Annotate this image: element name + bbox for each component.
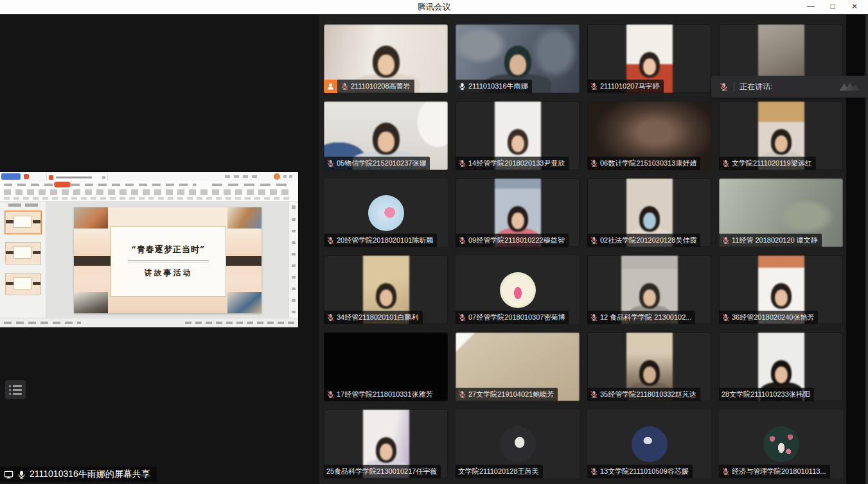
avatar [368, 195, 404, 231]
slide-divider-line [128, 260, 209, 263]
participant-label: 05物信学院2152010237张娜 [324, 157, 430, 170]
mic-on-icon [17, 470, 26, 480]
mic-muted-icon [719, 82, 729, 92]
video-tile[interactable]: 14经管学院2018020133尹亚欣 [456, 101, 580, 170]
mic-muted-icon [458, 313, 466, 322]
participant-label: 13文学院2111010509谷芯媛 [587, 465, 693, 478]
participant-label: 2111010316牛雨娜 [456, 80, 532, 93]
mic-muted-icon [326, 236, 335, 245]
slide-title-text: “青春逐梦正当时” [132, 244, 206, 255]
video-tile[interactable]: 文学院2111020119梁远红 [719, 101, 843, 170]
wps-status-right-blur [185, 322, 294, 324]
screen-share-icon [4, 470, 13, 480]
mic-muted-icon [590, 82, 598, 91]
video-tile[interactable]: 35经管学院2118010332赵芃达 [587, 333, 711, 401]
video-tile[interactable]: 25食品科学学院2130010217任宇薇 [324, 410, 448, 478]
screen-share-banner-text: 2111010316牛雨娜的屏幕共享 [30, 469, 150, 480]
video-tile[interactable]: 13文学院2111010509谷芯媛 [587, 410, 711, 478]
wps-titlebar-icons-blur [225, 175, 257, 178]
slide-subtitle-text: 讲故事活动 [145, 268, 193, 279]
participant-label: 06数计学院2151030313康妤婧 [587, 157, 700, 170]
tencent-meeting-logo-icon [837, 80, 863, 93]
mic-muted-icon [458, 390, 466, 399]
slide-photo-top-right [227, 207, 261, 229]
meeting-main-area: “青春逐梦正当时” 讲故事活动 [0, 14, 868, 484]
participant-label: 25食品科学学院2130010217任宇薇 [324, 465, 441, 478]
video-tile[interactable]: 11经管 2018020120 谭文静 [719, 178, 843, 247]
video-tile[interactable]: 36经管2018020240张艳芳 [719, 255, 843, 324]
video-tile[interactable]: 07经管学院2018010307密菊博 [456, 255, 580, 324]
video-tile[interactable]: 28文学院2111010233张祎阳 [719, 333, 843, 401]
mic-muted-icon [590, 390, 598, 399]
video-tile[interactable]: 17经管学院2118010331张雅芳 [324, 333, 448, 401]
divider [734, 82, 734, 91]
participant-name: 2111010207马宇婷 [600, 82, 660, 91]
participant-name: 09经管学院2118010222穆益智 [468, 236, 565, 245]
current-slide: “青春逐梦正当时” 讲故事活动 [74, 207, 261, 313]
slide-thumbnail-3[interactable] [5, 273, 41, 295]
participant-name: 02社法学院2012020128吴佳霞 [600, 236, 696, 245]
wps-titlebar [0, 172, 298, 182]
close-button[interactable]: ✕ [844, 0, 865, 14]
participant-name: 11经管 2018020120 谭文静 [732, 236, 818, 245]
participant-name: 经济与管理学院2018010113... [732, 467, 826, 476]
mic-muted-icon [326, 390, 335, 399]
video-tile[interactable]: 经济与管理学院2018010113... [719, 410, 843, 478]
mic-muted-icon [722, 313, 730, 322]
slide-photo-top-left [74, 207, 108, 229]
video-tile[interactable]: 06数计学院2151030313康妤婧 [587, 101, 711, 170]
participant-label: 11经管 2018020120 谭文静 [719, 234, 822, 247]
participant-label: 09经管学院2118010222穆益智 [456, 234, 569, 247]
participant-name: 07经管学院2018010307密菊博 [468, 313, 565, 322]
wps-share-pill-button [54, 182, 71, 187]
video-tile[interactable]: 2111010207马宇婷 [587, 24, 711, 93]
participant-name: 36经管2018020240张艳芳 [732, 313, 814, 322]
participant-label: 2111010208高菁岩 [324, 80, 414, 93]
wps-toolbar-icons-blur [4, 189, 293, 195]
minimize-button[interactable]: — [800, 0, 822, 14]
wps-workspace: “青春逐梦正当时” 讲故事活动 [0, 202, 298, 318]
participant-label: 文学院2111020119梁远红 [719, 157, 816, 170]
wps-slide-thumbnail-panel [0, 202, 46, 318]
mic-muted-icon [590, 313, 598, 322]
mic-muted-icon [590, 467, 598, 476]
participant-label: 35经管学院2118010332赵芃达 [587, 388, 700, 401]
participant-name: 25食品科学学院2130010217任宇薇 [326, 467, 437, 476]
video-tile[interactable]: 34经管2118020101白鹏利 [324, 255, 448, 324]
participant-label: 2111010207马宇婷 [587, 80, 664, 93]
now-speaking-label: 正在讲话: [740, 82, 772, 92]
wps-status-bar [0, 318, 298, 327]
wps-document-tab [46, 173, 108, 182]
wps-tab-close-icon [102, 176, 105, 179]
slide-title-panel: “青春逐梦正当时” 讲故事活动 [111, 226, 226, 297]
video-tile[interactable]: 27文学院219104021鲍晓芳 [456, 333, 580, 401]
video-tile[interactable]: 12 食品科学学院 21300102... [587, 255, 711, 324]
slide-ribbon-bar-left [74, 256, 114, 266]
mic-muted-icon [722, 236, 730, 245]
participant-label: 经济与管理学院2018010113... [719, 465, 830, 478]
video-tile[interactable]: 文学院2111020128王茜美 [456, 410, 580, 478]
wps-slide-canvas: “青春逐梦正当时” 讲故事活动 [46, 202, 288, 318]
avatar [500, 426, 536, 462]
video-tile[interactable]: 05物信学院2152010237张娜 [324, 101, 448, 170]
video-tile[interactable]: 2111010316牛雨娜 [456, 24, 580, 93]
participant-label: 20经管学院2018020101陈昕颖 [324, 234, 437, 247]
slide-thumbnail-2[interactable] [5, 242, 41, 264]
video-tile[interactable]: 02社法学院2012020128吴佳霞 [587, 178, 711, 247]
maximize-button[interactable]: □ [822, 0, 844, 14]
tencent-meeting-window: 腾讯会议 — □ ✕ [0, 0, 868, 484]
shared-screen-preview[interactable]: “青春逐梦正当时” 讲故事活动 [0, 172, 298, 327]
slide-thumbnail-1[interactable] [5, 211, 41, 234]
mic-muted-icon [722, 467, 730, 476]
wps-window-buttons-blur [283, 175, 295, 178]
video-tile[interactable]: 20经管学院2018020101陈昕颖 [324, 178, 448, 247]
avatar [500, 272, 536, 308]
collapsed-list-toggle[interactable] [5, 380, 26, 399]
video-tile[interactable]: 09经管学院2118010222穆益智 [456, 178, 580, 247]
mic-muted-icon [326, 159, 335, 168]
participant-label: 27文学院219104021鲍晓芳 [456, 388, 558, 401]
participant-name: 20经管学院2018020101陈昕颖 [337, 236, 433, 245]
wps-home-button [1, 173, 21, 180]
video-tile[interactable]: 2111010208高菁岩 [324, 24, 448, 93]
slide-ribbon-bar-right [222, 256, 261, 266]
